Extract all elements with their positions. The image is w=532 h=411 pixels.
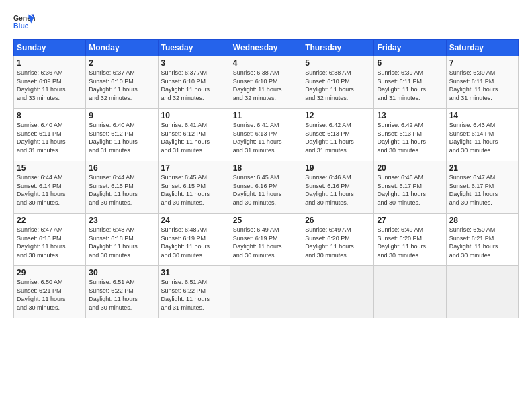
day-info: Sunrise: 6:39 AMSunset: 6:11 PMDaylight:…	[449, 68, 515, 102]
header-row: Sunday Monday Tuesday Wednesday Thursday…	[14, 40, 519, 56]
day-info: Sunrise: 6:46 AMSunset: 6:16 PMDaylight:…	[305, 173, 371, 207]
day-number: 31	[161, 268, 227, 277]
day-number: 26	[305, 216, 371, 225]
day-number: 25	[233, 216, 299, 225]
day-number: 21	[449, 163, 515, 173]
table-row: 15Sunrise: 6:44 AMSunset: 6:14 PMDayligh…	[14, 161, 519, 214]
table-row: 1Sunrise: 6:36 AMSunset: 6:09 PMDaylight…	[14, 56, 519, 109]
day-info: Sunrise: 6:40 AMSunset: 6:12 PMDaylight:…	[89, 121, 154, 154]
list-item: 4Sunrise: 6:38 AMSunset: 6:10 PMDaylight…	[230, 56, 302, 109]
calendar-table: Sunday Monday Tuesday Wednesday Thursday…	[13, 39, 519, 318]
list-item: 11Sunrise: 6:41 AMSunset: 6:13 PMDayligh…	[230, 109, 302, 161]
table-row: 8Sunrise: 6:40 AMSunset: 6:11 PMDaylight…	[14, 109, 519, 161]
list-item	[446, 266, 518, 318]
list-item: 29Sunrise: 6:50 AMSunset: 6:21 PMDayligh…	[14, 266, 86, 318]
list-item: 22Sunrise: 6:47 AMSunset: 6:18 PMDayligh…	[14, 214, 86, 266]
day-info: Sunrise: 6:48 AMSunset: 6:18 PMDaylight:…	[89, 226, 154, 259]
col-monday: Monday	[86, 40, 158, 56]
table-row: 29Sunrise: 6:50 AMSunset: 6:21 PMDayligh…	[14, 266, 519, 318]
day-info: Sunrise: 6:49 AMSunset: 6:20 PMDaylight:…	[305, 226, 371, 259]
day-number: 29	[17, 268, 83, 277]
day-info: Sunrise: 6:46 AMSunset: 6:17 PMDaylight:…	[377, 173, 443, 207]
day-info: Sunrise: 6:38 AMSunset: 6:10 PMDaylight:…	[233, 68, 299, 102]
day-info: Sunrise: 6:39 AMSunset: 6:11 PMDaylight:…	[377, 68, 443, 102]
day-info: Sunrise: 6:42 AMSunset: 6:13 PMDaylight:…	[305, 121, 371, 154]
col-tuesday: Tuesday	[158, 40, 230, 56]
day-number: 20	[377, 163, 443, 173]
day-number: 2	[89, 58, 154, 68]
list-item: 23Sunrise: 6:48 AMSunset: 6:18 PMDayligh…	[86, 214, 158, 266]
list-item: 10Sunrise: 6:41 AMSunset: 6:12 PMDayligh…	[158, 109, 230, 161]
col-friday: Friday	[374, 40, 446, 56]
day-info: Sunrise: 6:50 AMSunset: 6:21 PMDaylight:…	[449, 226, 515, 259]
day-info: Sunrise: 6:36 AMSunset: 6:09 PMDaylight:…	[17, 68, 83, 102]
list-item	[374, 266, 446, 318]
list-item	[302, 266, 374, 318]
list-item: 26Sunrise: 6:49 AMSunset: 6:20 PMDayligh…	[302, 214, 374, 266]
day-number: 15	[17, 163, 83, 173]
day-number: 9	[89, 111, 154, 120]
list-item: 25Sunrise: 6:49 AMSunset: 6:19 PMDayligh…	[230, 214, 302, 266]
day-number: 17	[161, 163, 227, 173]
list-item: 17Sunrise: 6:45 AMSunset: 6:15 PMDayligh…	[158, 161, 230, 214]
list-item: 15Sunrise: 6:44 AMSunset: 6:14 PMDayligh…	[14, 161, 86, 214]
day-number: 14	[449, 111, 515, 120]
day-info: Sunrise: 6:47 AMSunset: 6:18 PMDaylight:…	[17, 226, 83, 259]
day-number: 22	[17, 216, 83, 225]
col-saturday: Saturday	[446, 40, 518, 56]
day-info: Sunrise: 6:47 AMSunset: 6:17 PMDaylight:…	[449, 173, 515, 207]
day-number: 19	[305, 163, 371, 173]
list-item: 2Sunrise: 6:37 AMSunset: 6:10 PMDaylight…	[86, 56, 158, 109]
day-number: 27	[377, 216, 443, 225]
day-info: Sunrise: 6:45 AMSunset: 6:15 PMDaylight:…	[161, 173, 227, 207]
list-item	[230, 266, 302, 318]
list-item: 9Sunrise: 6:40 AMSunset: 6:12 PMDaylight…	[86, 109, 158, 161]
list-item: 27Sunrise: 6:49 AMSunset: 6:20 PMDayligh…	[374, 214, 446, 266]
day-number: 10	[161, 111, 227, 120]
day-info: Sunrise: 6:41 AMSunset: 6:13 PMDaylight:…	[233, 121, 299, 154]
day-number: 4	[233, 58, 299, 68]
list-item: 6Sunrise: 6:39 AMSunset: 6:11 PMDaylight…	[374, 56, 446, 109]
list-item: 28Sunrise: 6:50 AMSunset: 6:21 PMDayligh…	[446, 214, 518, 266]
list-item: 12Sunrise: 6:42 AMSunset: 6:13 PMDayligh…	[302, 109, 374, 161]
header: General Blue	[13, 13, 519, 32]
day-number: 5	[305, 58, 371, 68]
day-info: Sunrise: 6:41 AMSunset: 6:12 PMDaylight:…	[161, 121, 227, 154]
col-thursday: Thursday	[302, 40, 374, 56]
day-info: Sunrise: 6:38 AMSunset: 6:10 PMDaylight:…	[305, 68, 371, 102]
day-number: 12	[305, 111, 371, 120]
day-info: Sunrise: 6:49 AMSunset: 6:19 PMDaylight:…	[233, 226, 299, 259]
list-item: 3Sunrise: 6:37 AMSunset: 6:10 PMDaylight…	[158, 56, 230, 109]
page: General Blue Sunday Monday Tuesday Wedne…	[0, 0, 532, 411]
day-info: Sunrise: 6:49 AMSunset: 6:20 PMDaylight:…	[377, 226, 443, 259]
list-item: 14Sunrise: 6:43 AMSunset: 6:14 PMDayligh…	[446, 109, 518, 161]
day-info: Sunrise: 6:44 AMSunset: 6:15 PMDaylight:…	[89, 173, 154, 207]
list-item: 13Sunrise: 6:42 AMSunset: 6:13 PMDayligh…	[374, 109, 446, 161]
day-number: 30	[89, 268, 154, 277]
list-item: 30Sunrise: 6:51 AMSunset: 6:22 PMDayligh…	[86, 266, 158, 318]
list-item: 21Sunrise: 6:47 AMSunset: 6:17 PMDayligh…	[446, 161, 518, 214]
list-item: 31Sunrise: 6:51 AMSunset: 6:22 PMDayligh…	[158, 266, 230, 318]
day-number: 7	[449, 58, 515, 68]
day-info: Sunrise: 6:48 AMSunset: 6:19 PMDaylight:…	[161, 226, 227, 259]
col-wednesday: Wednesday	[230, 40, 302, 56]
day-number: 3	[161, 58, 227, 68]
table-row: 22Sunrise: 6:47 AMSunset: 6:18 PMDayligh…	[14, 214, 519, 266]
day-info: Sunrise: 6:51 AMSunset: 6:22 PMDaylight:…	[89, 278, 154, 312]
day-info: Sunrise: 6:50 AMSunset: 6:21 PMDaylight:…	[17, 278, 83, 312]
day-info: Sunrise: 6:40 AMSunset: 6:11 PMDaylight:…	[17, 121, 83, 154]
day-number: 18	[233, 163, 299, 173]
day-number: 28	[449, 216, 515, 225]
day-info: Sunrise: 6:45 AMSunset: 6:16 PMDaylight:…	[233, 173, 299, 207]
day-number: 11	[233, 111, 299, 120]
list-item: 7Sunrise: 6:39 AMSunset: 6:11 PMDaylight…	[446, 56, 518, 109]
day-number: 1	[17, 58, 83, 68]
day-number: 13	[377, 111, 443, 120]
list-item: 16Sunrise: 6:44 AMSunset: 6:15 PMDayligh…	[86, 161, 158, 214]
svg-text:Blue: Blue	[13, 22, 29, 30]
day-number: 8	[17, 111, 83, 120]
list-item: 19Sunrise: 6:46 AMSunset: 6:16 PMDayligh…	[302, 161, 374, 214]
day-info: Sunrise: 6:37 AMSunset: 6:10 PMDaylight:…	[89, 68, 154, 102]
day-number: 23	[89, 216, 154, 225]
list-item: 8Sunrise: 6:40 AMSunset: 6:11 PMDaylight…	[14, 109, 86, 161]
